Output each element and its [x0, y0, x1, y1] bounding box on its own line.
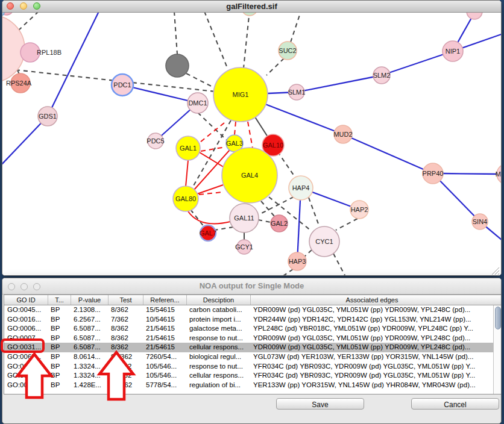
graph-edge — [2, 116, 48, 167]
graph-edge — [343, 134, 433, 173]
node-label: SUC2 — [279, 47, 296, 54]
table-cell: 10/54615 — [143, 315, 186, 325]
node-unlabeled[interactable] — [467, 12, 482, 19]
table-cell: GO:0006... — [4, 324, 48, 334]
column-header-referen[interactable]: Referen... — [143, 295, 186, 305]
table-cell: 7/362 — [108, 315, 143, 325]
node-label: HAP2 — [351, 206, 368, 213]
noa-window: NOA output for Single Mode GO IDT...P-va… — [2, 278, 502, 424]
graph-edge — [336, 219, 358, 230]
table-cell: BP — [48, 352, 71, 362]
node-label: DMC1 — [188, 99, 207, 107]
cancel-button[interactable]: Cancel — [411, 398, 499, 410]
column-header-go-id[interactable]: GO ID — [4, 295, 48, 305]
table-cell: BP — [48, 324, 71, 334]
table-cell: 6.5087... — [71, 334, 108, 343]
graph-edge — [188, 211, 230, 224]
table-row[interactable]: GO:0031...BP6.5087...8/36221/54615cellul… — [4, 343, 493, 352]
table-cell: YPL248C (pd) YBR018C, YML051W (pp) YDR00… — [250, 324, 493, 334]
noa-window-titlebar[interactable]: NOA output for Single Mode — [2, 278, 501, 295]
column-header-test[interactable]: Test — [108, 295, 143, 305]
column-header-associated-edges[interactable]: Associated edges — [250, 295, 493, 305]
table-cell: regulation of bi... — [186, 381, 250, 390]
graph-edge — [235, 122, 236, 135]
table-cell: 8/362 — [108, 305, 143, 315]
node-label: MSN — [496, 170, 501, 178]
table-cell: 8/362 — [108, 334, 143, 343]
table-cell: 80/362 — [108, 381, 143, 390]
save-button[interactable]: Save — [276, 398, 364, 410]
table-cell: YER133W (pp) YOR315W, YNL145W (pd) YHR08… — [250, 381, 493, 390]
table-cell: 11/362 — [108, 371, 143, 381]
node-label: GAL1 — [180, 145, 197, 152]
node-label: RPS24A — [6, 80, 32, 87]
node-label: GAL2 — [271, 220, 288, 227]
graph-edge — [443, 173, 499, 174]
table-cell: 5778/54... — [143, 381, 186, 390]
table-cell: BP — [48, 334, 71, 343]
table-cell: 11/362 — [108, 362, 143, 372]
graph-edge — [382, 51, 453, 75]
vertical-scrollbar[interactable] — [493, 305, 502, 394]
column-header-t[interactable]: T... — [48, 295, 71, 305]
node-unlabeled[interactable] — [166, 54, 189, 77]
table-cell: biological regul... — [186, 352, 250, 362]
table-cell: YDR244W (pp) YDR142C, YDR142C (pp) YGL15… — [250, 315, 493, 325]
graph-edge — [283, 269, 293, 276]
node-label: HAP4 — [292, 184, 310, 192]
table-cell: 2.1308... — [71, 305, 108, 315]
table-row[interactable]: GO:0065...BP8.0614...94/3627260/54...bio… — [4, 352, 493, 362]
table-cell: 105/546... — [143, 362, 186, 372]
node-label: GAL7 — [200, 229, 216, 237]
table-row[interactable]: GO:0050...BP1.428E...80/3625778/54...reg… — [4, 381, 493, 390]
table-cell: 1.428E... — [71, 381, 108, 390]
scrollbar-thumb[interactable] — [495, 307, 501, 329]
node-label: SLM1 — [288, 89, 306, 96]
table-cell: 6.2567... — [71, 315, 108, 325]
table-cell: 1.3324... — [71, 371, 108, 381]
node-label: GAL4 — [241, 172, 258, 179]
table-cell: GO:0050... — [4, 381, 48, 390]
graph-edge — [297, 75, 382, 92]
table-cell: 7260/54... — [143, 352, 186, 362]
table-cell: 94/362 — [108, 352, 143, 362]
network-window-titlebar[interactable]: galFiltered.sif — [2, 1, 501, 13]
table-cell: 21/54615 — [143, 334, 186, 343]
node-label: NIP1 — [446, 48, 460, 55]
node-label: GAL80 — [175, 195, 196, 202]
table-cell: GO:0031... — [4, 362, 48, 372]
table-cell: YGL073W (pd) YER103W, YER133W (pp) YOR31… — [250, 352, 493, 362]
resize-grip-icon[interactable] — [491, 267, 500, 275]
noa-window-title: NOA output for Single Mode — [2, 281, 501, 290]
table-cell: BP — [48, 381, 71, 390]
table-row[interactable]: GO:0016...BP6.2567...7/36210/54615protei… — [4, 315, 493, 325]
column-header-p-value[interactable]: P-value — [71, 295, 108, 305]
graph-edge — [191, 210, 204, 226]
table-row[interactable]: GO:0007...BP6.5087...8/36221/54615respon… — [4, 334, 493, 343]
graph-edge — [333, 254, 345, 275]
desktop: RPL18BRPS24AGDS1PDC1PDC5DMC1MIG1SLM1SUC2… — [0, 0, 504, 424]
table-cell: 6.5087... — [71, 343, 108, 352]
graph-edge — [174, 12, 177, 54]
node-label: GCY1 — [235, 243, 253, 251]
table-row[interactable]: GO:0031...BP1.3324...11/362105/546...cel… — [4, 371, 493, 381]
node-label: PDC1 — [113, 81, 131, 89]
node-label: GAL3 — [226, 140, 243, 147]
table-row[interactable]: GO:0006...BP6.5087...8/36221/54615galact… — [4, 324, 493, 334]
table-header-row: GO IDT...P-valueTestReferen...Desciption… — [4, 295, 502, 305]
table-cell: GO:0045... — [4, 305, 48, 315]
table-cell: GO:0007... — [4, 334, 48, 343]
table-cell: BP — [48, 305, 71, 315]
node-label: SIN4 — [473, 218, 487, 225]
graph-edge — [186, 73, 216, 89]
graph-edge — [248, 122, 253, 148]
table-cell: BP — [48, 362, 71, 372]
table-cell: BP — [48, 315, 71, 325]
column-header-desciption[interactable]: Desciption — [186, 295, 250, 305]
network-canvas[interactable]: RPL18BRPS24AGDS1PDC1PDC5DMC1MIG1SLM1SUC2… — [2, 12, 501, 276]
table-cell: GO:0016... — [4, 315, 48, 325]
table-row[interactable]: GO:0045...BP2.1308...8/36215/54615carbon… — [4, 305, 493, 315]
table-row[interactable]: GO:0031...BP1.3324...11/362105/546...res… — [4, 362, 493, 372]
table-cell: response to nut... — [186, 362, 250, 372]
table-cell: BP — [48, 371, 71, 381]
